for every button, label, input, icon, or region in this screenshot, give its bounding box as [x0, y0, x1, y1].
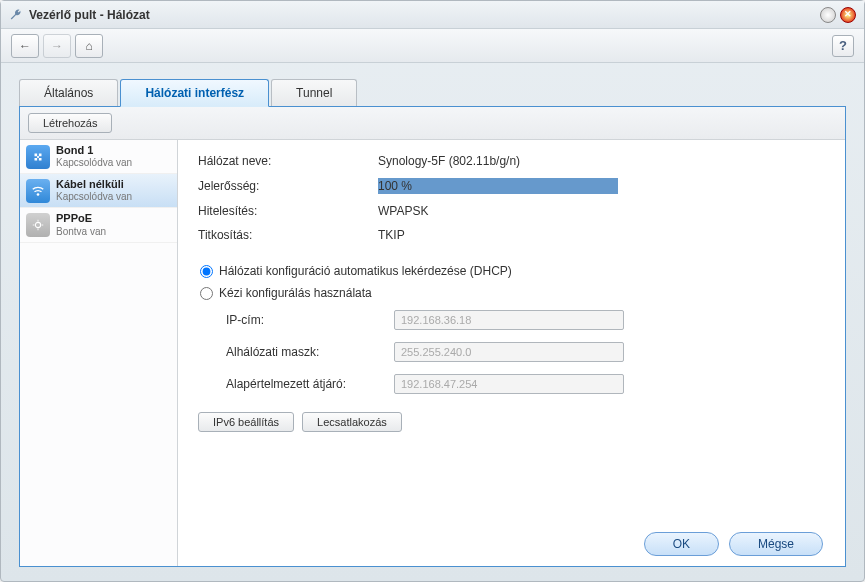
tab-general[interactable]: Általános: [19, 79, 118, 106]
cancel-button[interactable]: Mégse: [729, 532, 823, 556]
window-title: Vezérlő pult - Hálózat: [29, 8, 816, 22]
label-network-name: Hálózat neve:: [198, 154, 378, 168]
help-icon: ?: [839, 38, 847, 53]
field-row-gateway: Alapértelmezett átjáró:: [226, 374, 825, 394]
tab-tunnel[interactable]: Tunnel: [271, 79, 357, 106]
pppoe-icon: [26, 213, 50, 237]
toolbar: ← → ⌂ ?: [1, 29, 864, 63]
subtoolbar: Létrehozás: [20, 107, 845, 140]
svg-point-1: [35, 222, 40, 227]
sidebar: Bond 1 Kapcsolódva van Kábel nélküli Kap…: [20, 140, 178, 566]
input-gateway[interactable]: [394, 374, 624, 394]
sidebar-item-pppoe[interactable]: PPPoE Bontva van: [20, 208, 177, 242]
sidebar-item-label: Bond 1: [56, 144, 132, 157]
radio-manual[interactable]: [200, 287, 213, 300]
label-strength: Jelerősség:: [198, 179, 378, 193]
label-gateway: Alapértelmezett átjáró:: [226, 377, 394, 391]
ok-button[interactable]: OK: [644, 532, 719, 556]
wrench-icon: [9, 8, 23, 22]
tabs: Általános Hálózati interfész Tunnel: [19, 79, 846, 107]
radio-row-manual: Kézi konfigurálás használata: [198, 286, 825, 300]
info-row-strength: Jelerősség: 100 %: [198, 178, 825, 194]
arrow-right-icon: →: [51, 39, 63, 53]
home-button[interactable]: ⌂: [75, 34, 103, 58]
info-row-encryption: Titkosítás: TKIP: [198, 228, 825, 242]
label-auth: Hitelesítés:: [198, 204, 378, 218]
detail-pane: Hálózat neve: Synology-5F (802.11b/g/n) …: [178, 140, 845, 566]
create-button[interactable]: Létrehozás: [28, 113, 112, 133]
back-button[interactable]: ←: [11, 34, 39, 58]
forward-button[interactable]: →: [43, 34, 71, 58]
field-row-ip: IP-cím:: [226, 310, 825, 330]
label-subnet: Alhálózati maszk:: [226, 345, 394, 359]
content: Általános Hálózati interfész Tunnel Létr…: [1, 63, 864, 581]
label-ip: IP-cím:: [226, 313, 394, 327]
tab-interface[interactable]: Hálózati interfész: [120, 79, 269, 107]
disconnect-button[interactable]: Lecsatlakozás: [302, 412, 402, 432]
action-row: IPv6 beállítás Lecsatlakozás: [198, 412, 825, 432]
titlebar: Vezérlő pult - Hálózat: [1, 1, 864, 29]
input-subnet[interactable]: [394, 342, 624, 362]
input-ip[interactable]: [394, 310, 624, 330]
field-row-subnet: Alhálózati maszk:: [226, 342, 825, 362]
sidebar-item-wireless[interactable]: Kábel nélküli Kapcsolódva van: [20, 174, 177, 208]
sidebar-item-status: Kapcsolódva van: [56, 157, 132, 169]
minimize-icon[interactable]: [820, 7, 836, 23]
value-strength: 100 %: [378, 178, 618, 194]
help-button[interactable]: ?: [832, 35, 854, 57]
radio-dhcp[interactable]: [200, 265, 213, 278]
info-row-network-name: Hálózat neve: Synology-5F (802.11b/g/n): [198, 154, 825, 168]
bond-icon: [26, 145, 50, 169]
sidebar-item-label: Kábel nélküli: [56, 178, 132, 191]
value-network-name: Synology-5F (802.11b/g/n): [378, 154, 825, 168]
home-icon: ⌂: [85, 39, 92, 53]
sidebar-item-status: Kapcsolódva van: [56, 191, 132, 203]
close-icon[interactable]: [840, 7, 856, 23]
window: Vezérlő pult - Hálózat ← → ⌂ ? Általános…: [0, 0, 865, 582]
sidebar-item-bond[interactable]: Bond 1 Kapcsolódva van: [20, 140, 177, 174]
footer: OK Mégse: [198, 522, 825, 556]
sidebar-item-status: Bontva van: [56, 226, 106, 238]
wifi-icon: [26, 179, 50, 203]
svg-point-0: [37, 193, 40, 196]
ipv6-button[interactable]: IPv6 beállítás: [198, 412, 294, 432]
panel: Létrehozás Bond 1 Kapcsolódva van: [19, 107, 846, 567]
label-encryption: Titkosítás:: [198, 228, 378, 242]
info-row-auth: Hitelesítés: WPAPSK: [198, 204, 825, 218]
label-radio-manual: Kézi konfigurálás használata: [219, 286, 372, 300]
value-encryption: TKIP: [378, 228, 825, 242]
arrow-left-icon: ←: [19, 39, 31, 53]
value-auth: WPAPSK: [378, 204, 825, 218]
sidebar-item-label: PPPoE: [56, 212, 106, 225]
label-radio-dhcp: Hálózati konfiguráció automatikus lekérd…: [219, 264, 512, 278]
main: Bond 1 Kapcsolódva van Kábel nélküli Kap…: [20, 140, 845, 566]
radio-row-dhcp: Hálózati konfiguráció automatikus lekérd…: [198, 264, 825, 278]
